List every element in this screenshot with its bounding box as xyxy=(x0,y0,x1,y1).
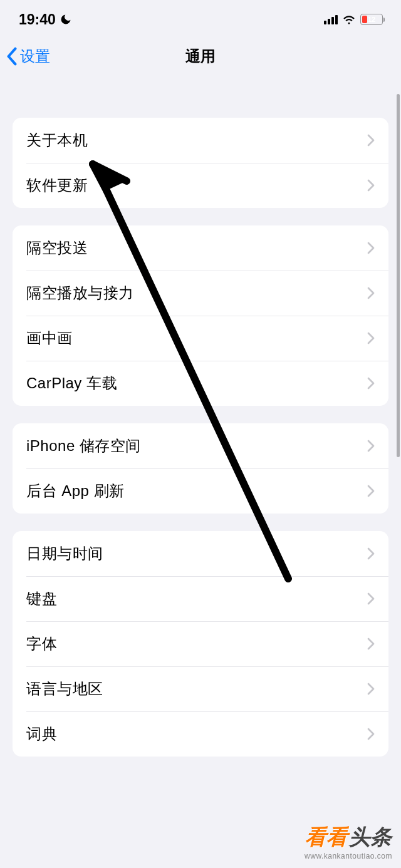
chevron-left-icon xyxy=(6,47,18,66)
row-pip[interactable]: 画中画 xyxy=(13,316,388,361)
row-label: CarPlay 车载 xyxy=(26,373,117,393)
row-carplay[interactable]: CarPlay 车载 xyxy=(13,361,388,406)
chevron-right-icon xyxy=(367,179,375,192)
chevron-right-icon xyxy=(367,638,375,650)
status-left: 19:40 xyxy=(19,11,72,28)
chevron-right-icon xyxy=(367,332,375,344)
scrollbar[interactable] xyxy=(397,94,400,457)
chevron-right-icon xyxy=(367,485,375,497)
row-label: 词典 xyxy=(26,724,57,744)
settings-group: 日期与时间 键盘 字体 语言与地区 词典 xyxy=(13,531,388,757)
watermark-brand-b: 头条 xyxy=(349,823,392,852)
row-label: 后台 App 刷新 xyxy=(26,481,125,501)
chevron-right-icon xyxy=(367,287,375,299)
row-iphone-storage[interactable]: iPhone 储存空间 xyxy=(13,423,388,468)
back-label: 设置 xyxy=(20,46,50,66)
dnd-moon-icon xyxy=(60,13,72,26)
chevron-right-icon xyxy=(367,377,375,390)
row-label: 语言与地区 xyxy=(26,679,103,699)
row-label: 画中画 xyxy=(26,328,73,348)
row-label: 隔空投送 xyxy=(26,238,88,258)
cellular-signal-icon xyxy=(324,14,338,24)
settings-group: 隔空投送 隔空播放与接力 画中画 CarPlay 车载 xyxy=(13,225,388,406)
watermark-brand-a: 看看 xyxy=(305,823,348,852)
row-about[interactable]: 关于本机 xyxy=(13,118,388,163)
row-label: 日期与时间 xyxy=(26,544,103,564)
row-date-time[interactable]: 日期与时间 xyxy=(13,531,388,576)
settings-group: iPhone 储存空间 后台 App 刷新 xyxy=(13,423,388,514)
row-airdrop[interactable]: 隔空投送 xyxy=(13,225,388,271)
battery-indicator: 12 xyxy=(360,14,385,25)
row-software-update[interactable]: 软件更新 xyxy=(13,163,388,208)
chevron-right-icon xyxy=(367,242,375,254)
row-label: 软件更新 xyxy=(26,175,88,195)
chevron-right-icon xyxy=(367,547,375,560)
battery-percent: 12 xyxy=(361,14,382,24)
chevron-right-icon xyxy=(367,728,375,740)
back-button[interactable]: 设置 xyxy=(6,46,50,66)
status-bar: 19:40 12 xyxy=(0,0,401,36)
chevron-right-icon xyxy=(367,592,375,605)
row-label: 隔空播放与接力 xyxy=(26,283,134,303)
chevron-right-icon xyxy=(367,683,375,695)
nav-bar: 设置 通用 xyxy=(0,36,401,88)
status-right: 12 xyxy=(324,14,385,25)
row-label: iPhone 储存空间 xyxy=(26,436,141,456)
watermark: 看看 头条 www.kankantoutiao.com xyxy=(305,823,392,860)
row-label: 键盘 xyxy=(26,589,57,609)
settings-group: 关于本机 软件更新 xyxy=(13,118,388,208)
chevron-right-icon xyxy=(367,440,375,452)
row-keyboard[interactable]: 键盘 xyxy=(13,576,388,621)
row-airplay-handoff[interactable]: 隔空播放与接力 xyxy=(13,271,388,316)
wifi-icon xyxy=(342,14,356,24)
content-area: 关于本机 软件更新 隔空投送 隔空播放与接力 画中画 CarPlay 车载 iP… xyxy=(0,118,401,757)
row-background-app-refresh[interactable]: 后台 App 刷新 xyxy=(13,468,388,514)
row-fonts[interactable]: 字体 xyxy=(13,621,388,666)
chevron-right-icon xyxy=(367,134,375,147)
row-label: 字体 xyxy=(26,634,57,654)
row-label: 关于本机 xyxy=(26,130,88,150)
watermark-url: www.kankantoutiao.com xyxy=(305,852,392,860)
page-title: 通用 xyxy=(185,46,216,66)
row-language-region[interactable]: 语言与地区 xyxy=(13,666,388,711)
row-dictionary[interactable]: 词典 xyxy=(13,711,388,757)
status-time: 19:40 xyxy=(19,11,56,28)
